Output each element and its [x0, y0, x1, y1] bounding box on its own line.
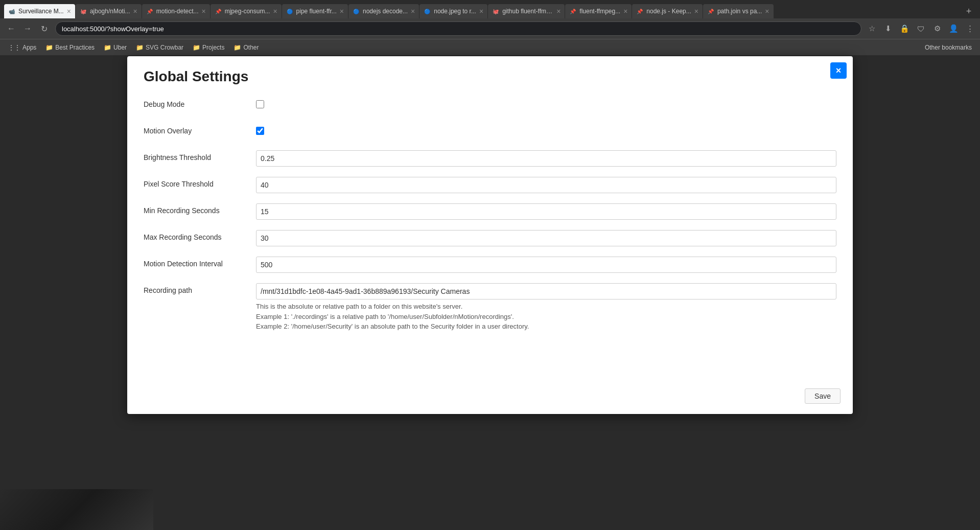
- address-bar[interactable]: localhost:5000/?showOverlay=true: [55, 21, 861, 36]
- forward-button[interactable]: →: [20, 21, 35, 36]
- nav-buttons: ← → ↻: [4, 21, 51, 36]
- form-row-recording_path: Recording pathThis is the absolute or re…: [144, 283, 836, 332]
- control-area-motion_overlay: [256, 124, 836, 136]
- tab-close-icon[interactable]: ×: [765, 7, 769, 15]
- tab-close-icon[interactable]: ×: [340, 7, 344, 15]
- extension-icon-1[interactable]: ⬇: [882, 22, 894, 35]
- tab-label: motion-detect...: [156, 8, 199, 15]
- tab-favicon: 📌: [146, 8, 153, 15]
- new-tab-button[interactable]: +: [962, 4, 976, 18]
- more-menu-icon[interactable]: ⋮: [964, 22, 976, 35]
- tab-close-icon[interactable]: ×: [202, 7, 206, 15]
- form-row-motion_overlay: Motion Overlay: [144, 124, 836, 142]
- tab-t6[interactable]: 🔵 nodejs decode... ×: [348, 4, 419, 18]
- label-min_recording_seconds: Min Recording Seconds: [144, 203, 256, 215]
- tab-favicon: 📌: [569, 8, 576, 15]
- tab-close-icon[interactable]: ×: [479, 7, 483, 15]
- bookmark-b1[interactable]: ⋮⋮Apps: [4, 41, 40, 54]
- close-icon: ×: [836, 65, 842, 76]
- bookmark-b6[interactable]: 📁Other: [229, 41, 263, 54]
- bookmark-label: Apps: [22, 44, 36, 51]
- other-bookmarks-label: Other bookmarks: [925, 44, 972, 51]
- input-min_recording_seconds[interactable]: [256, 203, 836, 220]
- checkbox-motion_overlay[interactable]: [256, 127, 264, 135]
- form-row-brightness_threshold: Brightness Threshold: [144, 150, 836, 169]
- tab-favicon: 📌: [636, 8, 643, 15]
- tab-label: github fluent-ffmpeg: [502, 8, 553, 15]
- bookmark-b3[interactable]: 📁Uber: [100, 41, 131, 54]
- tab-label: Surveillance M...: [18, 8, 64, 15]
- help-text-recording_path: This is the absolute or relative path to…: [256, 302, 836, 332]
- tab-favicon: 📹: [8, 8, 15, 15]
- tab-t4[interactable]: 📌 mjpeg-consum... ×: [211, 4, 282, 18]
- back-button[interactable]: ←: [4, 21, 18, 36]
- tab-favicon: 🐙: [492, 8, 499, 15]
- bookmark-star-icon[interactable]: ☆: [866, 22, 878, 35]
- tab-t9[interactable]: 📌 fluent-ffmpeg... ×: [565, 4, 632, 18]
- tab-t8[interactable]: 🐙 github fluent-ffmpeg ×: [488, 4, 565, 18]
- tab-t3[interactable]: 📌 motion-detect... ×: [142, 4, 210, 18]
- folder-icon: 📁: [234, 44, 241, 51]
- tab-close-icon[interactable]: ×: [411, 7, 415, 15]
- bookmark-label: Projects: [202, 44, 224, 51]
- tab-favicon: 🔵: [424, 8, 431, 15]
- label-debug_mode: Debug Mode: [144, 97, 256, 108]
- extension-icon-4[interactable]: ⚙: [931, 22, 943, 35]
- tab-t7[interactable]: 🔵 node.jpeg to r... ×: [419, 4, 487, 18]
- input-max_recording_seconds[interactable]: [256, 230, 836, 246]
- bookmark-label: Other: [243, 44, 259, 51]
- label-pixel_score_threshold: Pixel Score Threshold: [144, 177, 256, 188]
- label-max_recording_seconds: Max Recording Seconds: [144, 230, 256, 241]
- modal-close-button[interactable]: ×: [830, 62, 847, 79]
- form-content: Debug ModeMotion OverlayBrightness Thres…: [144, 97, 836, 332]
- input-pixel_score_threshold[interactable]: [256, 177, 836, 193]
- modal-title: Global Settings: [144, 68, 836, 85]
- extension-icon-2[interactable]: 🔒: [898, 22, 911, 35]
- page-content: × Global Settings Debug ModeMotion Overl…: [0, 55, 980, 530]
- tab-favicon: 🔵: [286, 8, 293, 15]
- tab-t2[interactable]: 🐙 ajbogh/nMoti... ×: [76, 4, 142, 18]
- control-area-debug_mode: [256, 97, 836, 110]
- apps-icon: ⋮⋮: [8, 44, 20, 51]
- extension-icon-3[interactable]: 🛡: [915, 22, 927, 35]
- control-area-recording_path: This is the absolute or relative path to…: [256, 283, 836, 332]
- tab-close-icon[interactable]: ×: [133, 7, 137, 15]
- tab-t1[interactable]: 📹 Surveillance M... ×: [4, 4, 75, 18]
- tab-label: pipe fluent-ffr...: [296, 8, 337, 15]
- tab-close-icon[interactable]: ×: [273, 7, 277, 15]
- tab-close-icon[interactable]: ×: [694, 7, 698, 15]
- tab-label: ajbogh/nMoti...: [90, 8, 130, 15]
- folder-icon: 📁: [104, 44, 111, 51]
- control-area-max_recording_seconds: [256, 230, 836, 246]
- bookmark-b4[interactable]: 📁SVG Crowbar: [132, 41, 188, 54]
- tab-favicon: 📌: [215, 8, 222, 15]
- input-motion_detection_interval[interactable]: [256, 257, 836, 273]
- form-row-debug_mode: Debug Mode: [144, 97, 836, 116]
- input-recording_path[interactable]: [256, 283, 836, 299]
- label-brightness_threshold: Brightness Threshold: [144, 150, 256, 162]
- bookmark-label: Best Practices: [55, 44, 95, 51]
- video-strip: [0, 489, 153, 530]
- control-area-brightness_threshold: [256, 150, 836, 167]
- tab-t10[interactable]: 📌 node.js - Keep... ×: [632, 4, 703, 18]
- tab-t5[interactable]: 🔵 pipe fluent-ffr... ×: [282, 4, 348, 18]
- modal-overlay: × Global Settings Debug ModeMotion Overl…: [0, 55, 980, 530]
- form-row-min_recording_seconds: Min Recording Seconds: [144, 203, 836, 222]
- tab-close-icon[interactable]: ×: [67, 7, 71, 15]
- url-text: localhost:5000/?showOverlay=true: [62, 25, 164, 33]
- control-area-motion_detection_interval: [256, 257, 836, 273]
- tab-close-icon[interactable]: ×: [556, 7, 561, 15]
- tab-close-icon[interactable]: ×: [623, 7, 627, 15]
- tab-label: fluent-ffmpeg...: [579, 8, 620, 15]
- bookmark-b2[interactable]: 📁Best Practices: [41, 41, 99, 54]
- tab-t11[interactable]: 📌 path.join vs pa... ×: [703, 4, 774, 18]
- video-preview: [0, 489, 153, 530]
- extension-icon-5[interactable]: 👤: [947, 22, 960, 35]
- input-brightness_threshold[interactable]: [256, 150, 836, 167]
- reload-button[interactable]: ↻: [37, 21, 51, 36]
- save-button[interactable]: Save: [805, 388, 841, 404]
- checkbox-debug_mode[interactable]: [256, 100, 264, 108]
- other-bookmarks[interactable]: Other bookmarks: [921, 41, 976, 54]
- global-settings-modal: × Global Settings Debug ModeMotion Overl…: [127, 56, 853, 414]
- bookmark-b5[interactable]: 📁Projects: [189, 41, 228, 54]
